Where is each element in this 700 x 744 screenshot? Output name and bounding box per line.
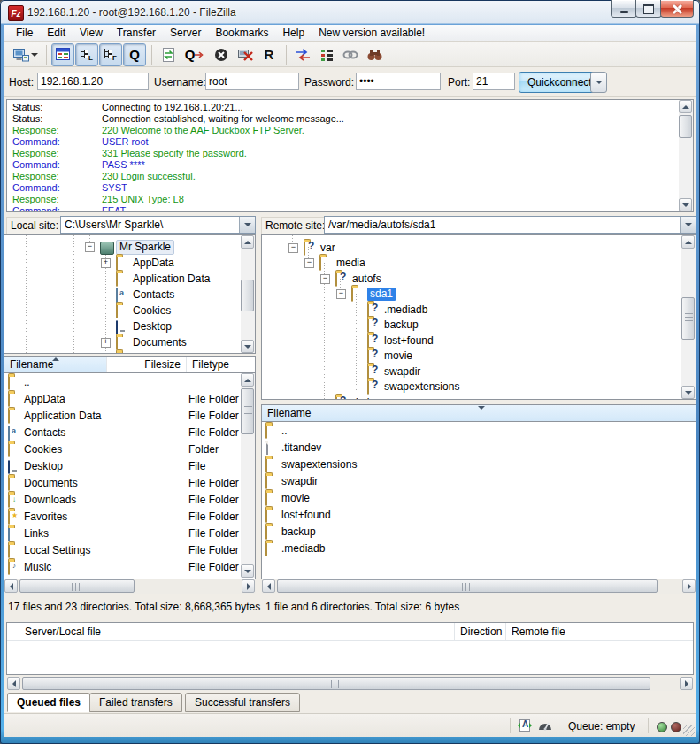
file-row[interactable]: backup	[262, 524, 696, 541]
tree-item-application-data[interactable]: Application Data	[4, 271, 241, 287]
scroll-thumb[interactable]	[19, 579, 135, 593]
process-queue-button[interactable]: Q	[181, 43, 209, 66]
scroll-thumb[interactable]	[241, 280, 254, 311]
reconnect-button[interactable]: R	[258, 43, 281, 66]
scroll-down-button[interactable]	[681, 386, 695, 399]
quickconnect-dropdown-button[interactable]	[590, 72, 607, 93]
scroll-left-button[interactable]	[4, 579, 18, 593]
file-row[interactable]: .titandev	[262, 440, 696, 456]
collapse-toggle[interactable]	[320, 274, 330, 284]
file-row[interactable]: ..	[262, 423, 696, 440]
tree-item-lost-found[interactable]: lost+found	[262, 333, 681, 349]
directory-listing-filter-button[interactable]	[315, 43, 338, 66]
column-header-filesize[interactable]: Filesize	[107, 357, 187, 372]
file-row[interactable]: lost+found	[262, 507, 696, 524]
tree-item-sda1[interactable]: sda1	[262, 286, 681, 302]
file-row[interactable]: swapextensions	[262, 456, 696, 473]
file-row[interactable]: DesktopFile	[4, 458, 255, 475]
collapse-toggle[interactable]	[85, 242, 95, 252]
minimize-button[interactable]	[611, 0, 637, 18]
cancel-button[interactable]	[210, 43, 233, 66]
tree-item-dvd[interactable]: dvd	[262, 395, 681, 400]
tree-item-documents[interactable]: Documents	[4, 334, 241, 350]
file-row[interactable]: movie	[262, 490, 696, 507]
file-row[interactable]: Application DataFile Folder	[4, 408, 255, 425]
menu-file[interactable]: File	[9, 25, 40, 41]
disconnect-button[interactable]	[234, 43, 257, 66]
tab-successful-transfers[interactable]: Successful transfers	[185, 693, 300, 712]
host-input[interactable]	[37, 73, 149, 90]
scroll-left-button[interactable]	[262, 579, 275, 593]
tree-item-desktop[interactable]: Desktop	[4, 318, 241, 334]
username-input[interactable]	[205, 73, 299, 90]
column-header-server-local-file[interactable]: Server/Local file	[7, 623, 455, 640]
file-row[interactable]: .mediadb	[262, 541, 696, 557]
toggle-local-tree-button[interactable]: L	[75, 43, 98, 66]
directory-comparison-button[interactable]	[291, 43, 314, 66]
resize-grip[interactable]	[683, 725, 695, 736]
scroll-up-button[interactable]	[679, 100, 692, 113]
synchronized-browsing-button[interactable]	[339, 43, 362, 66]
title-bar[interactable]: Fz 192.168.1.20 - root@192.168.1.20 - Fi…	[0, 0, 700, 25]
menu-view[interactable]: View	[73, 25, 110, 41]
remote-tree-scrollbar[interactable]	[681, 235, 696, 399]
menu-transfer[interactable]: Transfer	[110, 25, 163, 41]
tree-item-backup[interactable]: backup	[262, 317, 681, 333]
collapse-toggle[interactable]	[304, 258, 314, 268]
local-site-dropdown-button[interactable]	[239, 217, 255, 233]
collapse-toggle[interactable]	[288, 243, 298, 253]
toggle-queue-button[interactable]: Q	[123, 43, 146, 66]
menu-help[interactable]: Help	[275, 25, 312, 41]
scroll-up-button[interactable]	[681, 235, 695, 249]
remote-site-combobox[interactable]: /var/media/autofs/sda1	[324, 216, 696, 234]
file-row[interactable]: LinksFile Folder	[4, 525, 255, 542]
maximize-button[interactable]	[635, 0, 662, 18]
file-row[interactable]: ↓DownloadsFile Folder	[4, 492, 255, 509]
tree-item-media[interactable]: media	[262, 255, 681, 271]
scroll-thumb[interactable]	[277, 579, 658, 593]
tree-item-cookies[interactable]: Cookies	[4, 303, 241, 318]
tree-item-autofs[interactable]: autofs	[262, 271, 681, 287]
expand-toggle[interactable]	[101, 338, 111, 348]
log-scrollbar[interactable]	[679, 100, 693, 211]
column-header-filename[interactable]: Filename	[262, 405, 696, 421]
password-input[interactable]	[356, 73, 441, 90]
scroll-down-button[interactable]	[241, 340, 254, 353]
tree-item-movie[interactable]: movie	[262, 348, 681, 364]
scroll-down-button[interactable]	[679, 198, 692, 211]
scroll-down-button[interactable]	[241, 564, 254, 578]
scroll-left-button[interactable]	[7, 677, 20, 690]
column-header-remote-file[interactable]: Remote file	[506, 623, 693, 640]
tab-failed-transfers[interactable]: Failed transfers	[89, 693, 182, 712]
tree-item-swapextensions[interactable]: swapextensions	[262, 379, 681, 395]
collapse-toggle[interactable]	[336, 289, 346, 299]
queue-hscrollbar[interactable]	[6, 677, 694, 691]
close-button[interactable]	[660, 0, 694, 18]
transfer-type-indicator[interactable]: A	[517, 718, 533, 735]
scroll-right-button[interactable]	[242, 579, 255, 593]
column-header-filename[interactable]: Filename	[4, 357, 107, 372]
file-row[interactable]: ..	[4, 374, 255, 391]
scroll-up-button[interactable]	[241, 235, 254, 249]
tree-item-mediadb[interactable]: .mediadb	[262, 302, 681, 318]
toggle-message-log-button[interactable]	[51, 43, 74, 66]
scroll-up-button[interactable]	[241, 373, 254, 387]
scroll-thumb[interactable]	[241, 388, 254, 434]
file-row[interactable]: DocumentsFile Folder	[4, 475, 255, 492]
expand-toggle[interactable]	[101, 258, 111, 268]
find-files-button[interactable]	[363, 43, 386, 66]
local-list-scrollbar[interactable]	[241, 373, 255, 578]
file-row[interactable]: ContactsFile Folder	[4, 425, 255, 441]
scroll-right-button[interactable]	[682, 579, 696, 593]
site-manager-button[interactable]	[11, 43, 41, 66]
tree-item-swapdir[interactable]: swapdir	[262, 364, 681, 380]
scroll-thumb[interactable]	[22, 677, 650, 690]
menu-server[interactable]: Server	[163, 25, 208, 41]
column-header-filetype[interactable]: Filetype	[187, 357, 257, 372]
menu-new-version[interactable]: New version available!	[312, 25, 432, 41]
toggle-remote-tree-button[interactable]: F	[99, 43, 122, 66]
tab-queued-files[interactable]: Queued files	[7, 693, 90, 712]
port-input[interactable]	[473, 73, 515, 90]
remote-list-hscrollbar[interactable]	[261, 579, 696, 594]
local-tree-scrollbar[interactable]	[241, 235, 255, 353]
